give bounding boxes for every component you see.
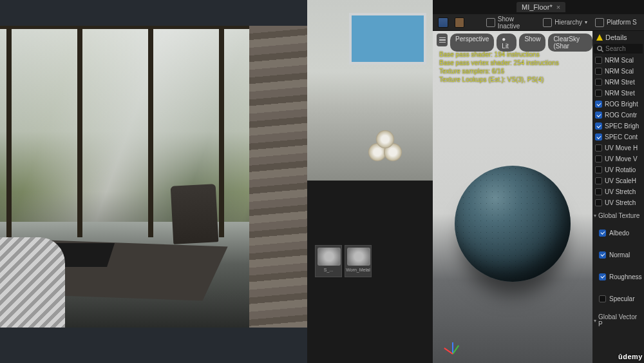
watermark: ûdemy (618, 353, 643, 360)
hierarchy-label: Hierarchy (554, 19, 582, 26)
asset-thumbnail-label: S_... (324, 268, 333, 272)
param-label: UV Stretch (605, 199, 636, 206)
checkbox[interactable] (599, 251, 606, 259)
checkbox[interactable] (595, 123, 602, 130)
secondary-viewport[interactable] (307, 0, 433, 181)
checkbox[interactable] (595, 144, 602, 152)
tab-bar: MI_Floor* × (433, 0, 592, 14)
viewport-menu-button[interactable] (437, 34, 448, 46)
checkbox[interactable] (595, 57, 602, 64)
switch-param-row[interactable]: SPEC Cont (595, 132, 644, 142)
show-label: Show (524, 35, 540, 43)
texture-param-row[interactable]: Specular (595, 288, 644, 309)
chevron-down-icon: ▾ (585, 19, 587, 25)
asset-thumbnail-label: Worn_Metal (346, 268, 370, 272)
checkbox[interactable] (595, 112, 602, 119)
show-inactive-button[interactable]: Show Inactive (486, 15, 536, 30)
switch-param-row[interactable]: UV Rotatio (595, 164, 644, 175)
show-inactive-label: Show Inactive (498, 15, 536, 30)
param-label: UV Stretch (605, 188, 636, 195)
texture-param-row[interactable]: Normal (595, 244, 644, 266)
details-tab-bar (592, 0, 644, 14)
viewport-toolbar: Perspective ● Lit Show ClearSky (Shar (437, 34, 592, 52)
param-label: Normal (609, 251, 630, 259)
sky-button[interactable]: ClearSky (Shar (548, 34, 592, 52)
material-preview-viewport[interactable]: Base pass shader: 194 instructions Base … (433, 31, 592, 363)
param-label: Roughness (609, 273, 642, 280)
texture-param-row[interactable]: Albedo (595, 222, 644, 244)
tab-title: MI_Floor* (522, 3, 553, 11)
param-label: UV Move V (605, 155, 638, 162)
checkbox[interactable] (595, 90, 602, 97)
shader-stat-line: Texture Lookups (Est.): VS(3), PS(4) (439, 75, 559, 84)
details-panel: Platform S Details NRM ScalNRM ScalNRM S… (592, 0, 644, 363)
checkbox[interactable] (599, 295, 606, 302)
switch-param-row[interactable]: NRM Stret (595, 88, 644, 99)
log-object (376, 130, 394, 148)
details-title-label: Details (605, 34, 627, 41)
browse-icon[interactable] (455, 17, 465, 28)
window-mullion (148, 26, 153, 237)
switch-param-row[interactable]: NRM Scal (595, 66, 644, 77)
window-mullion (219, 26, 224, 237)
search-icon (596, 45, 603, 52)
platform-stats-button[interactable]: Platform S (592, 14, 644, 31)
save-icon[interactable] (438, 17, 448, 28)
group-label: Global Vector P (598, 313, 641, 328)
sky-label: ClearSky (Shar (553, 35, 580, 50)
checkbox[interactable] (599, 273, 606, 280)
switch-param-row[interactable]: SPEC Brigh (595, 121, 644, 132)
perspective-button[interactable]: Perspective (450, 34, 494, 52)
switch-param-list: NRM ScalNRM ScalNRM StretNRM StretROG Br… (592, 54, 644, 208)
details-search-input[interactable] (605, 45, 638, 52)
param-label: NRM Scal (605, 57, 634, 64)
checkbox[interactable] (599, 230, 606, 237)
details-title[interactable]: Details (592, 31, 644, 44)
editor-toolbar: Show Inactive Hierarchy ▾ (433, 14, 592, 31)
checkbox[interactable] (595, 68, 602, 75)
close-icon[interactable]: × (556, 3, 560, 11)
reference-image-panel (0, 0, 307, 363)
switch-param-row[interactable]: UV Stretch (595, 186, 644, 197)
asset-thumbnail[interactable]: Worn_Metal (345, 245, 372, 277)
checkbox[interactable] (595, 177, 602, 184)
switch-param-row[interactable]: UV Move H (595, 142, 644, 153)
texture-param-row[interactable]: Roughness (595, 266, 644, 288)
tab-mi-floor[interactable]: MI_Floor* × (516, 2, 565, 12)
lit-button[interactable]: ● Lit (497, 34, 516, 52)
content-browser[interactable]: S_... Worn_Metal (307, 181, 433, 363)
switch-param-row[interactable]: UV Move V (595, 153, 644, 164)
switch-param-row[interactable]: ROG Bright (595, 99, 644, 110)
shader-stats: Base pass shader: 194 instructions Base … (439, 50, 559, 84)
param-label: UV Move H (605, 144, 638, 152)
shader-stat-line: Texture samplers: 6/16 (439, 67, 559, 75)
switch-param-row[interactable]: NRM Stret (595, 77, 644, 88)
details-search[interactable] (594, 44, 643, 54)
checkbox[interactable] (595, 166, 602, 173)
switch-param-row[interactable]: ROG Contr (595, 110, 644, 121)
checkbox[interactable] (595, 79, 602, 86)
switch-param-row[interactable]: UV ScaleH (595, 175, 644, 186)
hierarchy-button[interactable]: Hierarchy ▾ (543, 18, 587, 27)
reference-image (0, 26, 307, 328)
switch-param-row[interactable]: NRM Scal (595, 55, 644, 66)
scene-logs (368, 135, 407, 161)
window-mullion (77, 26, 82, 237)
checkbox[interactable] (595, 101, 602, 108)
param-label: ROG Bright (605, 101, 638, 108)
asset-thumbnail[interactable]: S_... (315, 245, 342, 277)
texture-param-list: AlbedoNormalRoughnessSpecular (592, 221, 644, 309)
param-label: Albedo (609, 230, 629, 237)
switch-param-row[interactable]: UV Stretch (595, 197, 644, 208)
group-global-texture[interactable]: Global Texture (592, 208, 644, 221)
platform-stats-label: Platform S (607, 19, 637, 26)
group-global-vector[interactable]: Global Vector P (592, 309, 644, 329)
checkbox[interactable] (595, 188, 602, 195)
checkbox[interactable] (595, 155, 602, 162)
checkbox[interactable] (595, 133, 602, 141)
checkbox[interactable] (595, 199, 602, 206)
window-mullion (6, 26, 12, 237)
show-button[interactable]: Show (519, 34, 545, 52)
reference-chair (171, 184, 219, 244)
preview-sphere (455, 166, 571, 282)
